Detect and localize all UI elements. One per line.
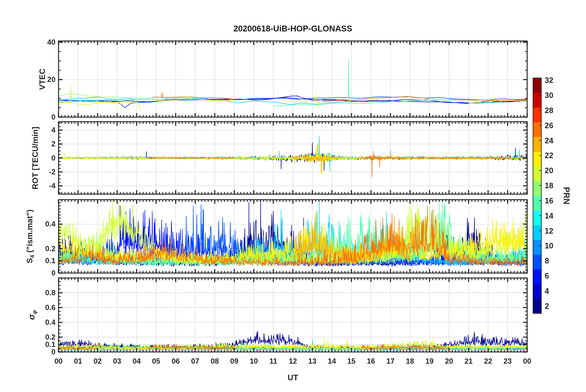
x-tick-label: 02 — [93, 357, 102, 365]
y-tick-label: -2 — [49, 168, 55, 176]
y-tick-label: 0.8 — [45, 289, 55, 296]
sigma-label-main: σ — [27, 314, 36, 320]
colorbar-tick-label: 4 — [545, 287, 549, 295]
colorbar-tick-label: 16 — [545, 197, 553, 204]
y-tick-label: 0.1 — [45, 257, 55, 264]
x-tick-label: 01 — [74, 357, 82, 365]
y-tick-label: 0.2 — [45, 245, 55, 252]
y-tick-label: -4 — [49, 182, 55, 190]
rot-axis-label: ROT [TECU/min] — [31, 127, 39, 190]
x-tick-label: 18 — [406, 357, 414, 365]
x-tick-label: 10 — [250, 357, 258, 365]
y-tick-label: 4 — [51, 126, 55, 134]
x-tick-label: 08 — [211, 357, 219, 365]
y-tick-label: 2 — [51, 140, 55, 148]
y-tick-label: 0 — [51, 154, 55, 162]
x-tick-label: 07 — [191, 357, 199, 365]
x-tick-label: 21 — [465, 357, 473, 365]
y-tick-label: 20 — [47, 76, 55, 83]
y-tick-label: 0 — [51, 269, 55, 277]
x-tick-label: 13 — [308, 357, 317, 365]
colorbar-tick-label: 14 — [545, 212, 553, 219]
chart-canvas — [0, 0, 586, 392]
colorbar-tick-label: 26 — [545, 121, 553, 129]
x-tick-label: 11 — [269, 357, 277, 365]
x-tick-label: 09 — [230, 357, 238, 365]
y-tick-label: 0 — [51, 113, 55, 121]
x-tick-label: 22 — [484, 357, 492, 365]
vtec-axis-label: VTEC — [38, 68, 46, 90]
x-tick-label: 20 — [445, 357, 453, 365]
s4-label-sub: 4 — [29, 255, 35, 258]
x-tick-label: 15 — [347, 357, 356, 365]
colorbar-tick-label: 28 — [545, 106, 553, 114]
x-tick-label: 14 — [328, 357, 336, 365]
sigma-label-sub: φ — [31, 310, 38, 314]
x-tick-label: 00 — [55, 357, 63, 365]
x-tick-label: 12 — [289, 357, 297, 365]
x-tick-label: 06 — [172, 357, 180, 365]
s4-axis-label: S4 ("ism.mat") — [26, 210, 35, 263]
y-tick-label: 0.1 — [45, 341, 55, 348]
colorbar-tick-label: 8 — [545, 257, 549, 265]
colorbar-tick-label: 22 — [545, 152, 553, 159]
s4-label-main: S — [25, 258, 34, 263]
glonass-scintillation-figure: 20200618-UiB-HOP-GLONASS VTEC ROT [TECU/… — [0, 0, 586, 392]
colorbar-tick-label: 20 — [545, 167, 553, 174]
x-tick-label: 17 — [386, 357, 395, 365]
sigma-phi-axis-label: σφ — [27, 310, 38, 320]
colorbar-tick-label: 6 — [545, 272, 549, 280]
colorbar-label: PRN — [562, 187, 571, 204]
y-tick-label: 0.6 — [45, 304, 55, 311]
y-tick-label: 0.4 — [45, 319, 55, 326]
colorbar-tick-label: 24 — [545, 137, 553, 144]
y-tick-label: 0.2 — [45, 333, 55, 341]
y-tick-label: 0.4 — [45, 220, 55, 228]
x-axis-label: UT — [287, 374, 298, 382]
x-tick-label: 04 — [132, 357, 141, 365]
colorbar-tick-label: 18 — [545, 182, 553, 190]
x-tick-label: 16 — [367, 357, 375, 365]
colorbar-tick-label: 12 — [545, 227, 553, 235]
colorbar-tick-label: 32 — [545, 76, 553, 84]
y-tick-label: 40 — [47, 39, 55, 46]
colorbar-tick-label: 10 — [545, 242, 553, 250]
x-tick-label: 19 — [425, 357, 434, 365]
x-tick-label: 03 — [113, 357, 121, 365]
s4-label-rest: ("ism.mat") — [25, 210, 34, 255]
chart-title: 20200618-UiB-HOP-GLONASS — [234, 25, 352, 33]
colorbar-tick-label: 30 — [545, 92, 553, 99]
x-tick-label: 05 — [152, 357, 161, 365]
x-tick-label: 23 — [503, 357, 512, 365]
x-tick-label: 00 — [523, 357, 531, 365]
colorbar-tick-label: 2 — [545, 302, 549, 310]
y-tick-label: 0 — [51, 348, 55, 356]
